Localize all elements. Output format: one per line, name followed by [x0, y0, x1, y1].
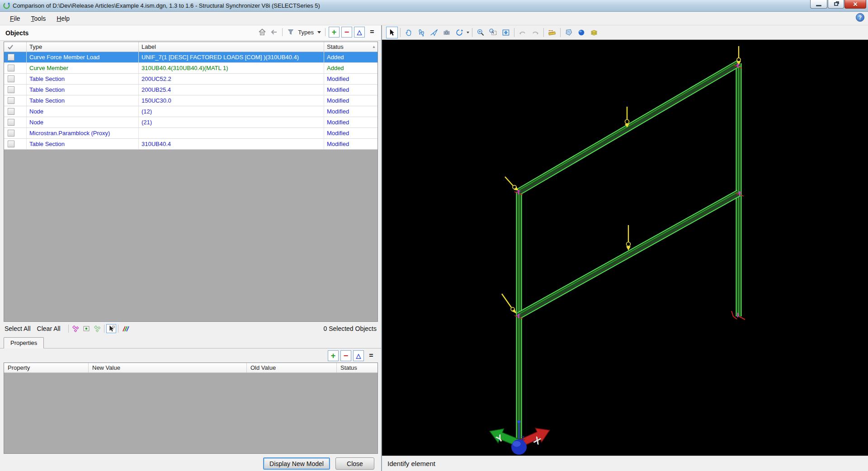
types-dropdown-label[interactable]: Types	[298, 29, 314, 36]
row-label: 200UC52.2	[139, 74, 324, 84]
row-checkbox[interactable]	[8, 86, 14, 93]
fence-clear-icon[interactable]	[92, 324, 102, 333]
row-label: 310UB40.4(310UB40.4)(MATL 1)	[139, 63, 324, 73]
menu-help[interactable]: Help	[51, 14, 75, 24]
row-status: Modified	[324, 95, 377, 106]
row-label	[139, 128, 324, 138]
render-mode-icon[interactable]	[576, 27, 587, 38]
structure-model: Y X Z	[382, 40, 868, 456]
fit-view-icon[interactable]	[500, 27, 512, 38]
back-arrow-icon[interactable]	[269, 27, 279, 37]
row-checkbox[interactable]	[8, 65, 14, 71]
menu-file[interactable]: File	[5, 14, 26, 24]
filter-funnel-icon[interactable]	[286, 27, 296, 37]
table-row[interactable]: Table Section 150UC30.0 Modified	[4, 95, 377, 106]
minimize-button[interactable]	[810, 0, 827, 9]
objects-table: Type Label Status ▲ Curve Force Member L…	[4, 42, 378, 322]
status-message: Identify element	[387, 460, 435, 467]
close-button[interactable]: ✕	[844, 0, 866, 9]
table-row[interactable]: Table Section 200UC52.2 Modified	[4, 74, 377, 85]
types-caret-icon[interactable]	[317, 31, 321, 33]
filter-modified-button[interactable]: △	[354, 27, 365, 38]
row-status: Modified	[324, 85, 377, 95]
clear-all-button[interactable]: Clear All	[37, 325, 61, 332]
props-filter-modified-button[interactable]: △	[353, 350, 364, 361]
walk-icon[interactable]	[415, 27, 427, 38]
select-all-button[interactable]: Select All	[5, 325, 31, 332]
header-check-all[interactable]	[4, 42, 27, 52]
pan-hand-icon[interactable]	[403, 27, 415, 38]
row-checkbox[interactable]	[8, 108, 14, 115]
help-icon[interactable]: ?	[856, 13, 864, 22]
display-new-model-button[interactable]: Display New Model	[263, 457, 330, 470]
isolate-selection-icon[interactable]	[81, 324, 91, 333]
header-type[interactable]: Type	[27, 42, 139, 52]
header-status[interactable]: Status ▲	[324, 42, 377, 52]
node-markers	[514, 63, 745, 320]
row-status: Added	[324, 63, 377, 73]
restore-button[interactable]	[828, 0, 844, 9]
row-label: (21)	[139, 117, 324, 127]
menu-tools[interactable]: Tools	[26, 14, 52, 24]
window-area-icon[interactable]	[487, 27, 499, 38]
tab-properties[interactable]: Properties	[4, 337, 44, 349]
minimize-icon	[816, 5, 821, 6]
measure-icon[interactable]	[546, 27, 558, 38]
table-row[interactable]: Table Section 200UB25.4 Modified	[4, 85, 377, 95]
check-icon	[7, 44, 14, 50]
row-checkbox[interactable]	[8, 130, 14, 137]
rotate-dropdown-caret-icon[interactable]	[467, 32, 469, 33]
close-dialog-button[interactable]: Close	[335, 457, 374, 470]
fly-icon[interactable]	[428, 27, 440, 38]
menubar: FileToolsHelp ?	[0, 12, 868, 25]
table-row[interactable]: Curve Member 310UB40.4(310UB40.4)(MATL 1…	[4, 63, 377, 74]
row-checkbox[interactable]	[8, 75, 14, 82]
objects-panel-title: Objects	[5, 29, 28, 37]
row-label: 310UB40.4	[139, 139, 324, 149]
layers-icon[interactable]	[588, 27, 600, 38]
window-title: Comparison of D:\Dev\Release Articles\Ex…	[13, 2, 320, 9]
props-header-property[interactable]: Property	[4, 363, 89, 372]
table-row[interactable]: Curve Force Member Load UNIF_7(1 [DESC] …	[4, 52, 377, 63]
row-checkbox[interactable]	[8, 54, 14, 61]
clip-volume-icon[interactable]	[563, 27, 575, 38]
props-header-old-value[interactable]: Old Value	[247, 363, 337, 372]
change-marks-icon[interactable]	[120, 324, 130, 333]
row-label: UNIF_7(1 [DESC] FACTORED LOADS [COM] )(3…	[139, 52, 324, 62]
selected-count: 0 Selected Objects	[323, 325, 377, 332]
props-header-status[interactable]: Status	[337, 363, 377, 372]
header-label[interactable]: Label	[139, 42, 324, 52]
element-selection-icon[interactable]	[386, 27, 398, 38]
table-row[interactable]: Microstran.Paramblock (Proxy) Modified	[4, 128, 377, 139]
props-filter-unchanged-button[interactable]: =	[366, 350, 377, 361]
row-checkbox[interactable]	[8, 97, 14, 104]
model-viewport[interactable]: Y X Z	[382, 40, 868, 456]
table-row[interactable]: Node (12) Modified	[4, 106, 377, 117]
z-axis-label: Z	[521, 435, 524, 442]
next-view-icon[interactable]	[529, 27, 541, 38]
props-filter-removed-button[interactable]: −	[340, 350, 351, 361]
app-logo-icon	[3, 2, 10, 9]
table-row[interactable]: Node (21) Modified	[4, 117, 377, 128]
previous-view-icon[interactable]	[517, 27, 528, 38]
filter-added-button[interactable]: +	[329, 27, 340, 38]
filter-unchanged-button[interactable]: =	[367, 27, 377, 38]
row-checkbox[interactable]	[8, 141, 14, 147]
table-row[interactable]: Table Section 310UB40.4 Modified	[4, 139, 377, 150]
props-filter-added-button[interactable]: +	[328, 350, 339, 361]
rotate-view-icon[interactable]	[453, 27, 465, 38]
selection-toolbar: Select All Clear All 0 Selected Objects	[0, 322, 381, 335]
filter-removed-button[interactable]: −	[341, 27, 352, 38]
camera-icon[interactable]	[441, 27, 453, 38]
row-type: Curve Force Member Load	[27, 52, 139, 62]
home-icon[interactable]	[257, 27, 267, 37]
row-checkbox[interactable]	[8, 119, 14, 126]
props-header-new-value[interactable]: New Value	[89, 363, 247, 372]
view-status-bar: Identify element	[382, 456, 868, 471]
pointer-select-mode-icon[interactable]	[106, 324, 116, 333]
zoom-in-out-icon[interactable]	[475, 27, 486, 38]
row-type: Table Section	[27, 139, 139, 149]
properties-table-header: Property New Value Old Value Status	[4, 363, 377, 373]
sort-ascending-icon: ▲	[372, 45, 376, 49]
fence-select-icon[interactable]	[71, 324, 80, 333]
